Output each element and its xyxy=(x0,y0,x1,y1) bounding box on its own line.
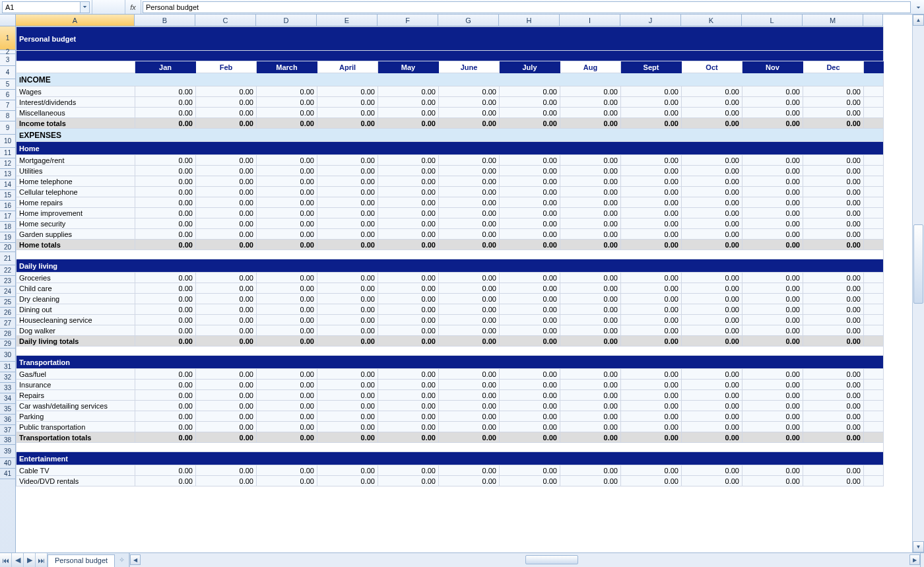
row-header-14[interactable]: 14 xyxy=(0,180,15,190)
row-label[interactable]: Repairs xyxy=(16,390,135,401)
cell[interactable]: 0.00 xyxy=(439,240,500,250)
cell[interactable]: 0.00 xyxy=(317,208,378,218)
cell[interactable]: 0.00 xyxy=(378,108,439,118)
cell[interactable]: 0.00 xyxy=(317,118,378,129)
cell[interactable]: 0.00 xyxy=(196,315,257,325)
row-header-29[interactable]: 29 xyxy=(0,339,15,349)
cell[interactable]: 0.00 xyxy=(621,97,682,108)
cell[interactable]: 0.00 xyxy=(621,315,682,325)
month-header-Jan[interactable]: Jan xyxy=(135,61,196,73)
cell[interactable]: 0.00 xyxy=(500,294,560,304)
cell[interactable]: 0.00 xyxy=(317,401,378,411)
cell[interactable]: 0.00 xyxy=(378,294,439,304)
cell[interactable]: 0.00 xyxy=(257,294,317,304)
name-box-dropdown[interactable] xyxy=(81,1,90,13)
cell[interactable]: 0.00 xyxy=(317,476,378,486)
cell[interactable]: 0.00 xyxy=(803,401,864,411)
cell[interactable]: 0.00 xyxy=(742,294,803,304)
cell[interactable]: 0.00 xyxy=(317,176,378,187)
row-header-24[interactable]: 24 xyxy=(0,286,15,297)
cell[interactable]: 0.00 xyxy=(196,411,257,422)
row-header-15[interactable]: 15 xyxy=(0,190,15,201)
cell[interactable]: 0.00 xyxy=(560,411,621,422)
cell[interactable]: 0.00 xyxy=(135,118,196,129)
cell[interactable]: 0.00 xyxy=(803,283,864,294)
cell[interactable]: 0.00 xyxy=(196,97,257,108)
cell[interactable]: 0.00 xyxy=(682,283,742,294)
cell[interactable]: 0.00 xyxy=(196,336,257,347)
cell[interactable]: 0.00 xyxy=(196,283,257,294)
cell[interactable]: 0.00 xyxy=(500,229,560,240)
cell[interactable]: 0.00 xyxy=(621,187,682,197)
cell[interactable]: 0.00 xyxy=(803,422,864,432)
row-header-4[interactable]: 4 xyxy=(0,66,15,79)
row-header-6[interactable]: 6 xyxy=(0,90,15,100)
cell[interactable]: 0.00 xyxy=(682,336,742,347)
cell[interactable]: 0.00 xyxy=(682,240,742,250)
cell[interactable]: 0.00 xyxy=(257,422,317,432)
cell[interactable]: 0.00 xyxy=(257,369,317,380)
cell[interactable]: 0.00 xyxy=(196,197,257,208)
cell[interactable]: 0.00 xyxy=(621,369,682,380)
cell[interactable]: 0.00 xyxy=(378,97,439,108)
column-header-M[interactable]: M xyxy=(803,15,863,26)
hscroll-thumb[interactable] xyxy=(525,555,578,564)
cell[interactable]: 0.00 xyxy=(560,283,621,294)
cell[interactable]: 0.00 xyxy=(317,240,378,250)
subsection-header[interactable]: Daily living xyxy=(16,259,884,273)
cell[interactable]: 0.00 xyxy=(682,411,742,422)
cell[interactable]: 0.00 xyxy=(378,176,439,187)
cell[interactable]: 0.00 xyxy=(135,422,196,432)
cell[interactable]: 0.00 xyxy=(135,336,196,347)
cell[interactable]: 0.00 xyxy=(135,411,196,422)
title-cell[interactable]: Personal budget xyxy=(16,27,884,51)
cell[interactable]: 0.00 xyxy=(621,86,682,97)
cell[interactable]: 0.00 xyxy=(317,108,378,118)
cell[interactable]: 0.00 xyxy=(803,273,864,283)
row-label[interactable]: Dog walker xyxy=(16,325,135,336)
cell[interactable]: 0.00 xyxy=(196,422,257,432)
cell[interactable]: 0.00 xyxy=(257,380,317,390)
cell[interactable]: 0.00 xyxy=(439,304,500,315)
cell[interactable]: 0.00 xyxy=(317,380,378,390)
row-label[interactable]: Gas/fuel xyxy=(16,369,135,380)
scroll-down-button[interactable]: ▼ xyxy=(913,541,924,552)
row-label[interactable]: Dry cleaning xyxy=(16,294,135,304)
row-header-27[interactable]: 27 xyxy=(0,318,15,329)
row-header-13[interactable]: 13 xyxy=(0,169,15,180)
cell[interactable]: 0.00 xyxy=(135,325,196,336)
cell[interactable]: 0.00 xyxy=(317,315,378,325)
row-label[interactable]: Home telephone xyxy=(16,176,135,187)
cell[interactable]: 0.00 xyxy=(257,108,317,118)
month-header-Aug[interactable]: Aug xyxy=(560,61,621,73)
cell[interactable]: 0.00 xyxy=(257,411,317,422)
cell[interactable]: 0.00 xyxy=(378,240,439,250)
cell[interactable]: 0.00 xyxy=(682,401,742,411)
cell[interactable]: 0.00 xyxy=(378,208,439,218)
cell[interactable]: 0.00 xyxy=(742,118,803,129)
row-label[interactable]: Home repairs xyxy=(16,197,135,208)
cell[interactable]: 0.00 xyxy=(439,411,500,422)
cell[interactable]: 0.00 xyxy=(560,336,621,347)
cell[interactable]: 0.00 xyxy=(378,325,439,336)
cell[interactable]: 0.00 xyxy=(196,401,257,411)
cell[interactable]: 0.00 xyxy=(803,208,864,218)
cell[interactable]: 0.00 xyxy=(560,432,621,443)
cell[interactable]: 0.00 xyxy=(803,304,864,315)
cell[interactable]: 0.00 xyxy=(682,97,742,108)
cell[interactable]: 0.00 xyxy=(439,476,500,486)
cell[interactable]: 0.00 xyxy=(682,166,742,176)
cell[interactable]: 0.00 xyxy=(500,304,560,315)
cell[interactable]: 0.00 xyxy=(196,390,257,401)
cell[interactable]: 0.00 xyxy=(621,336,682,347)
cell[interactable]: 0.00 xyxy=(317,422,378,432)
cell[interactable]: 0.00 xyxy=(682,315,742,325)
cell[interactable]: 0.00 xyxy=(560,176,621,187)
row-header-18[interactable]: 18 xyxy=(0,222,15,232)
row-header-26[interactable]: 26 xyxy=(0,308,15,318)
cell[interactable]: 0.00 xyxy=(135,240,196,250)
cell[interactable]: 0.00 xyxy=(257,97,317,108)
row-header-1[interactable]: 1 xyxy=(0,26,15,50)
column-header-J[interactable]: J xyxy=(620,15,681,26)
column-header-K[interactable]: K xyxy=(681,15,742,26)
